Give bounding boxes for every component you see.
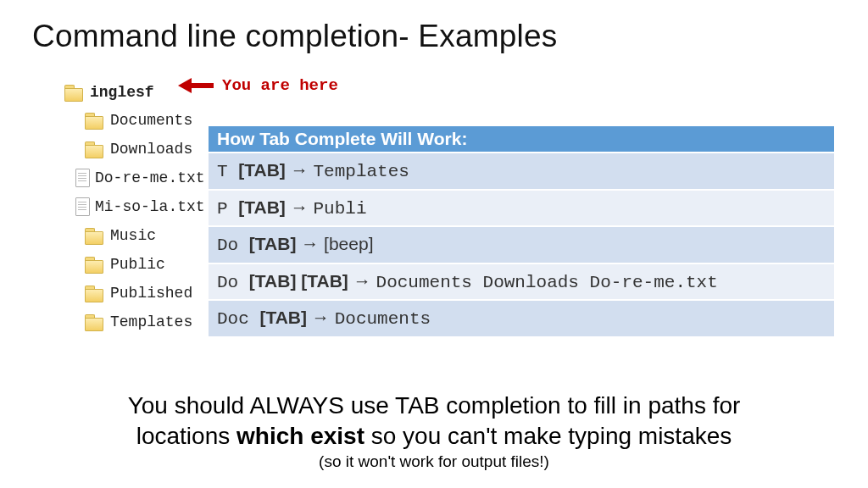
tab-complete-table: How Tab Complete Will Work: T [TAB] → Te…: [208, 125, 835, 337]
row-prefix: Doc: [217, 309, 259, 329]
you-are-here: You are here: [178, 76, 338, 95]
folder-icon: [85, 140, 103, 158]
table-row: Do [TAB] [TAB] → Documents Downloads Do-…: [208, 263, 835, 301]
tree-item-label: Do-re-me.txt: [95, 169, 205, 186]
folder-icon: [85, 284, 103, 302]
tree-item-label: Mi-so-la.txt: [95, 198, 205, 215]
arrow-right-icon: →: [353, 271, 376, 291]
tab-token: [TAB]: [249, 234, 297, 253]
tree-root-label: inglesf: [90, 84, 154, 101]
tab-token: [TAB]: [238, 160, 286, 180]
folder-icon: [64, 83, 83, 102]
row-result: Publi: [314, 199, 367, 219]
row-prefix: Do: [217, 273, 249, 292]
table-row: Do [TAB] → [beep]: [208, 226, 835, 263]
table-row: Doc [TAB] → Documents: [208, 300, 835, 337]
footer-line-3: (so it won't work for output files!): [0, 452, 868, 471]
tree-item-label: Templates: [110, 313, 192, 330]
footer-line-2b: which exist: [236, 423, 364, 449]
table-row: P [TAB] → Publi: [208, 190, 835, 227]
row-result: Templates: [314, 162, 409, 181]
tree-item: Music: [85, 221, 205, 250]
tree-item: Published: [85, 279, 205, 308]
file-icon: [73, 169, 92, 187]
tree-item: Mi-so-la.txt: [73, 192, 205, 221]
arrow-right-icon: →: [291, 197, 314, 217]
file-tree: inglesf DocumentsDownloadsDo-re-me.txtMi…: [64, 78, 205, 336]
footer-line-1: You should ALWAYS use TAB completion to …: [0, 392, 868, 419]
slide: Command line completion- Examples ingles…: [0, 0, 868, 488]
folder-icon: [85, 226, 103, 245]
tab-token: [TAB]: [259, 308, 307, 327]
footer-line-2: locations which exist so you can't make …: [0, 423, 868, 450]
tab-token: [TAB]: [301, 271, 348, 291]
table-row: T [TAB] → Templates: [208, 152, 835, 190]
tree-item: Templates: [85, 308, 205, 336]
tree-item-label: Public: [110, 256, 165, 273]
tree-item: Do-re-me.txt: [73, 164, 205, 192]
folder-icon: [85, 111, 103, 130]
tree-item-label: Downloads: [110, 141, 192, 158]
footer-line-2c: so you can't make typing mistakes: [364, 423, 732, 449]
folder-icon: [85, 313, 103, 331]
tree-item-label: Documents: [110, 112, 192, 129]
tree-item: Public: [85, 250, 205, 279]
tree-item: Downloads: [85, 135, 205, 164]
slide-title: Command line completion- Examples: [32, 19, 557, 54]
tree-item: Documents: [85, 106, 205, 135]
tab-token: [TAB]: [249, 271, 297, 291]
arrow-right-icon: →: [291, 160, 314, 180]
file-icon: [73, 197, 92, 216]
footer-line-2a: locations: [136, 423, 236, 449]
tree-item-label: Music: [110, 227, 156, 244]
table-header: How Tab Complete Will Work:: [208, 125, 835, 152]
you-are-here-label: You are here: [222, 76, 338, 95]
folder-icon: [85, 255, 103, 274]
row-prefix: P: [217, 199, 238, 219]
row-result: Documents: [335, 309, 431, 329]
arrow-right-icon: →: [301, 234, 324, 253]
row-prefix: Do: [217, 236, 249, 255]
row-prefix: T: [217, 162, 238, 181]
row-result: Documents Downloads Do-re-me.txt: [376, 273, 718, 292]
row-result: [beep]: [324, 234, 373, 253]
tab-token: [TAB]: [238, 197, 286, 217]
arrow-left-icon: [178, 79, 214, 92]
arrow-right-icon: →: [312, 308, 335, 327]
tree-item-label: Published: [110, 285, 192, 302]
